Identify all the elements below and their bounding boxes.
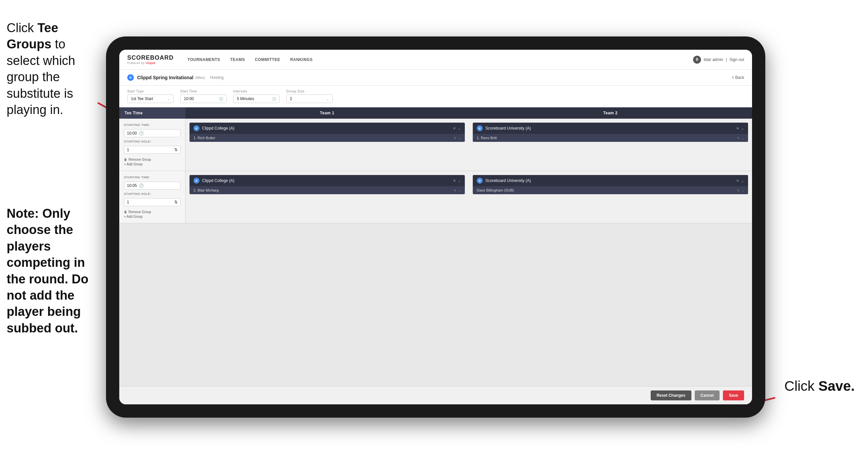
intervals-field: Intervals 5 Minutes 🕐 <box>233 89 280 103</box>
group-2-team1-card[interactable]: B Clippd College (A) ✕ ⌄ 2. Bla <box>189 175 465 194</box>
nav-signout[interactable]: Sign out <box>730 57 744 62</box>
group-1-team1-player1-name: 1. Rich Butler <box>193 136 454 140</box>
group-2-team1: B Clippd College (A) ✕ ⌄ 2. Bla <box>186 171 469 223</box>
group-1-hole-label: STARTING HOLE: <box>124 140 181 143</box>
start-type-label: Start Type <box>127 89 174 93</box>
groups-area: STARTING TIME: 10:00 🕐 STARTING HOLE: 1 … <box>119 119 752 386</box>
tablet-screen: SCOREBOARD Powered by clippd TOURNAMENTS… <box>119 50 752 404</box>
group-1-team1-player1-expand-icon[interactable]: ⌄ <box>458 136 461 140</box>
group-1-team1: B Clippd College (A) ✕ ⌄ 1. Ric <box>186 119 469 171</box>
nav-links: TOURNAMENTS TEAMS COMMITTEE RANKINGS <box>184 55 693 64</box>
group-2-team1-remove-icon[interactable]: ✕ <box>453 179 456 183</box>
group-2-team1-player1-remove-icon[interactable]: ✕ <box>454 188 456 192</box>
note-bold-content: Only choose the players competing in the… <box>7 206 89 335</box>
group-1-team2-player-1: 1. Rees Britt ✕ ⌄ <box>473 134 748 142</box>
group-2-team1-controls: ✕ ⌄ <box>453 179 461 183</box>
logo-area: SCOREBOARD Powered by clippd <box>127 54 174 65</box>
group-1-team1-expand-icon[interactable]: ⌄ <box>458 126 461 130</box>
group-2-team2-player1-remove-icon[interactable]: ✕ <box>737 188 740 192</box>
group-2-team2-name: Scoreboard University (A) <box>485 178 734 183</box>
group-2-add-btn[interactable]: + Add Group <box>124 215 181 218</box>
trash-icon-2: 🗑 <box>124 210 127 214</box>
save-button[interactable]: Save <box>723 390 744 400</box>
nav-tournaments[interactable]: TOURNAMENTS <box>184 55 224 64</box>
start-type-arrow-icon: ⌄ <box>167 97 170 101</box>
group-2-team1-player-1: 2. Blair McHarg ✕ ⌄ <box>189 186 465 194</box>
nav-separator: | <box>726 57 727 62</box>
reset-changes-button[interactable]: Reset Changes <box>651 390 691 400</box>
group-2-team1-expand-icon[interactable]: ⌄ <box>458 179 461 183</box>
group-2-team1-name: Clippd College (A) <box>202 178 450 183</box>
group-size-input[interactable]: 2 ⌄ <box>286 94 333 103</box>
sub-header-hosting: Hosting <box>210 75 224 80</box>
group-1-team2-header: B Scoreboard University (A) ✕ ⌄ <box>473 123 748 134</box>
cancel-button[interactable]: Cancel <box>695 390 720 400</box>
start-type-field: Start Type 1st Tee Start ⌄ <box>127 89 174 103</box>
sub-header-gender: (Men) <box>195 76 205 80</box>
group-1-add-btn[interactable]: + Add Group <box>124 163 181 166</box>
nav-rankings[interactable]: RANKINGS <box>286 55 317 64</box>
group-2-team1-player1-controls: ✕ ⌄ <box>454 188 461 192</box>
team2-header: Team 2 <box>469 107 752 119</box>
group-1-team1-player1-remove-icon[interactable]: ✕ <box>454 136 456 140</box>
group-1-team2-name: Scoreboard University (A) <box>485 126 734 130</box>
group-row-2: STARTING TIME: 10:05 🕐 STARTING HOLE: 1 … <box>119 171 752 224</box>
group-2-team2-expand-icon[interactable]: ⌄ <box>741 179 744 183</box>
group-1-team2-badge: B <box>477 125 483 131</box>
group-2-team2-controls: ✕ ⌄ <box>736 179 744 183</box>
group-1-team2-expand-icon[interactable]: ⌄ <box>741 126 744 130</box>
group-1-team1-name: Clippd College (A) <box>202 126 450 130</box>
instruction-text-main: Click Tee Groups to select which group t… <box>0 20 103 118</box>
click-save-text: Click Save. <box>784 378 855 394</box>
nav-user: blair admin <box>704 57 723 62</box>
back-button[interactable]: < Back <box>732 75 744 80</box>
trash-icon: 🗑 <box>124 158 127 162</box>
group-2-team2-card[interactable]: B Scoreboard University (A) ✕ ⌄ <box>473 175 748 194</box>
group-1-team2-player1-name: 1. Rees Britt <box>477 136 737 140</box>
group-1-team2-player1-controls: ✕ ⌄ <box>737 136 744 140</box>
group-1-remove-btn[interactable]: 🗑 Remove Group <box>124 158 181 162</box>
team1-header: Team 1 <box>186 107 469 119</box>
group-2-team1-player1-expand-icon[interactable]: ⌄ <box>458 188 461 192</box>
group-1-team2-card[interactable]: B Scoreboard University (A) ✕ ⌄ 1. <box>473 123 748 142</box>
group-1-team2-player1-expand-icon[interactable]: ⌄ <box>741 136 744 140</box>
table-header: Tee Time Team 1 Team 2 <box>119 107 752 119</box>
click-save-bold: Save. <box>818 378 855 394</box>
group-1-team1-card[interactable]: B Clippd College (A) ✕ ⌄ 1. Ric <box>189 123 465 142</box>
group-1-hole-input[interactable]: 1 ⇅ <box>124 146 181 154</box>
start-time-field: Start Time 10:00 🕐 <box>180 89 227 103</box>
start-time-input[interactable]: 10:00 🕐 <box>180 94 227 103</box>
group-1-team1-controls: ✕ ⌄ <box>453 126 461 130</box>
group-2-team2: B Scoreboard University (A) ✕ ⌄ <box>469 171 752 223</box>
group-2-team2-remove-icon[interactable]: ✕ <box>736 179 739 183</box>
group-2-team1-player1-name: 2. Blair McHarg <box>193 188 454 192</box>
group-1-time-input[interactable]: 10:00 🕐 <box>124 129 181 137</box>
logo-powered: Powered by clippd <box>127 61 174 65</box>
group-1-team2: B Scoreboard University (A) ✕ ⌄ 1. <box>469 119 752 171</box>
start-time-label: Start Time <box>180 89 227 93</box>
group-2-team1-header: B Clippd College (A) ✕ ⌄ <box>189 175 465 186</box>
group-2-starting-time-label: STARTING TIME: <box>124 176 181 179</box>
start-type-input[interactable]: 1st Tee Start ⌄ <box>127 94 174 103</box>
nav-committee[interactable]: COMMITTEE <box>251 55 284 64</box>
action-bar: Reset Changes Cancel Save <box>119 386 752 404</box>
group-1-team2-controls: ✕ ⌄ <box>736 126 744 130</box>
group-1-team1-player1-controls: ✕ ⌄ <box>454 136 461 140</box>
group-1-team1-remove-icon[interactable]: ✕ <box>453 126 456 130</box>
group-2-remove-btn[interactable]: 🗑 Remove Group <box>124 210 181 214</box>
tablet-frame: SCOREBOARD Powered by clippd TOURNAMENTS… <box>106 36 765 418</box>
start-time-clock-icon: 🕐 <box>219 97 223 101</box>
group-1-actions: 🗑 Remove Group + Add Group <box>124 158 181 166</box>
main-content: Start Type 1st Tee Start ⌄ Start Time 10… <box>119 86 752 404</box>
group-2-hole-input[interactable]: 1 ⇅ <box>124 198 181 206</box>
group-1-team2-remove-icon[interactable]: ✕ <box>736 126 739 130</box>
group-1-team2-player1-remove-icon[interactable]: ✕ <box>737 136 740 140</box>
group-2-team2-player-1: Dave Billingham (SUB) ✕ ⌄ <box>473 186 748 194</box>
intervals-input[interactable]: 5 Minutes 🕐 <box>233 94 280 103</box>
group-2-hole-arrows-icon: ⇅ <box>174 200 178 204</box>
instruction-part1: Click <box>7 21 37 35</box>
nav-teams[interactable]: TEAMS <box>226 55 249 64</box>
group-2-team2-player1-expand-icon[interactable]: ⌄ <box>741 188 744 192</box>
tee-time-header: Tee Time <box>119 107 186 119</box>
group-2-time-input[interactable]: 10:05 🕐 <box>124 182 181 189</box>
